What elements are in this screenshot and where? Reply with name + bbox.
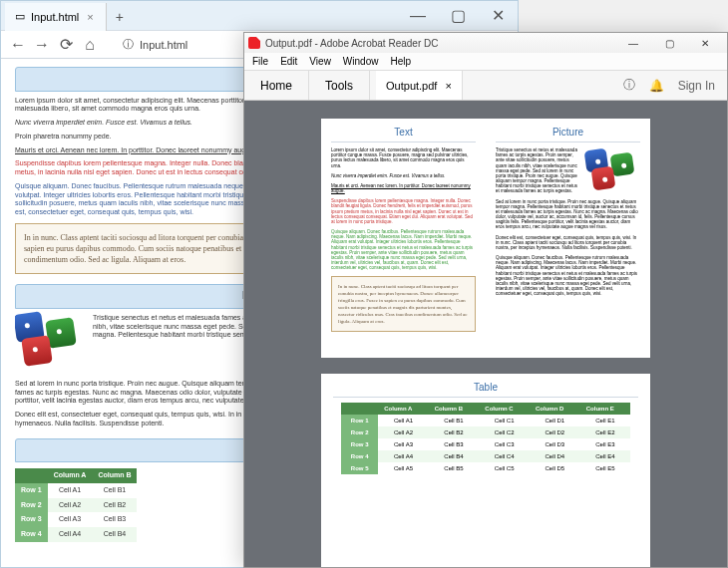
bell-icon[interactable]: 🔔 xyxy=(649,79,664,93)
page-icon: ▭ xyxy=(15,10,25,23)
tab-tools[interactable]: Tools xyxy=(309,71,370,100)
col-picture: Picture Tristique senectus et netus et m… xyxy=(486,127,650,344)
pdf-table: Column AColumn BColumn CColumn DColumn E… xyxy=(341,403,630,474)
pdf-canvas[interactable]: Text Lorem ipsum dolor sit amet, consect… xyxy=(244,101,727,567)
pdf-page: Text Lorem ipsum dolor sit amet, consect… xyxy=(321,119,650,358)
paragraph: Quisque aliquam. Donec faucibus. Pellent… xyxy=(496,255,640,296)
forward-button[interactable]: → xyxy=(35,38,49,52)
pdf-header-picture: Picture xyxy=(496,127,640,142)
paragraph: Lorem ipsum dolor sit amet, consectetur … xyxy=(331,147,476,168)
paragraph: Donec elit est, consectetuer eget, conse… xyxy=(496,235,640,251)
col-text: Text Lorem ipsum dolor sit amet, consect… xyxy=(321,127,486,344)
dice-image xyxy=(15,313,85,371)
new-tab-button[interactable]: + xyxy=(107,3,133,31)
minimize-button[interactable]: — xyxy=(398,1,438,31)
close-icon[interactable]: × xyxy=(445,80,451,92)
dice-image xyxy=(585,149,640,193)
menu-window[interactable]: Window xyxy=(343,56,379,67)
paragraph: Nunc viverra imperdiet enim. Fusce est. … xyxy=(331,173,476,178)
refresh-button[interactable]: ⟳ xyxy=(59,38,73,52)
back-button[interactable]: ← xyxy=(11,38,25,52)
menu-view[interactable]: View xyxy=(309,56,331,67)
pdf-icon xyxy=(248,37,260,49)
menu-file[interactable]: File xyxy=(252,56,268,67)
pdf-page: Table Column AColumn BColumn CColumn DCo… xyxy=(321,374,650,567)
acrobat-menubar: File Edit View Window Help xyxy=(244,53,727,71)
tab-home[interactable]: Home xyxy=(244,71,309,100)
doc-tab-label: Output.pdf xyxy=(386,80,437,92)
browser-titlebar: ▭ Input.html × + — ▢ ✕ xyxy=(1,1,518,31)
paragraph: Sed at lorem in nunc porta tristique. Pr… xyxy=(496,199,640,230)
window-title: Output.pdf - Adobe Acrobat Reader DC xyxy=(265,38,438,49)
address-bar[interactable]: ⓘ Input.html xyxy=(123,37,187,52)
maximize-button[interactable]: ▢ xyxy=(651,33,687,53)
site-info-icon[interactable]: ⓘ xyxy=(123,37,134,52)
close-button[interactable]: ✕ xyxy=(687,33,723,53)
cursive-block: In in nunc. Class aptent taciti sociosqu… xyxy=(331,276,476,332)
pdf-header-text: Text xyxy=(331,127,476,142)
menu-help[interactable]: Help xyxy=(390,56,411,67)
browser-tab[interactable]: ▭ Input.html × xyxy=(5,3,107,31)
pdf-header-table: Table xyxy=(333,382,638,398)
paragraph: Quisque aliquam. Donec faucibus. Pellent… xyxy=(331,229,476,270)
data-table: Column AColumn B Row 1Cell A1Cell B1 Row… xyxy=(15,468,137,542)
help-icon[interactable]: ⓘ xyxy=(623,77,635,94)
maximize-button[interactable]: ▢ xyxy=(438,1,478,31)
paragraph: Suspendisse dapibus lorem pellentesque m… xyxy=(331,198,476,224)
minimize-button[interactable]: — xyxy=(615,33,651,53)
document-tab[interactable]: Output.pdf × xyxy=(376,71,463,100)
acrobat-window: Output.pdf - Adobe Acrobat Reader DC — ▢… xyxy=(243,32,728,568)
signin-button[interactable]: Sign In xyxy=(678,79,715,93)
tab-title: Input.html xyxy=(31,11,79,23)
acrobat-titlebar: Output.pdf - Adobe Acrobat Reader DC — ▢… xyxy=(244,33,727,53)
close-button[interactable]: ✕ xyxy=(478,1,518,31)
url-text: Input.html xyxy=(140,39,187,51)
paragraph: Mauris et orci. Aenean nec lorem. In por… xyxy=(331,183,476,193)
acrobat-tabs: Home Tools Output.pdf × ⓘ 🔔 Sign In xyxy=(244,71,727,101)
menu-edit[interactable]: Edit xyxy=(280,56,297,67)
close-icon[interactable]: × xyxy=(85,11,95,23)
home-button[interactable]: ⌂ xyxy=(83,38,97,52)
